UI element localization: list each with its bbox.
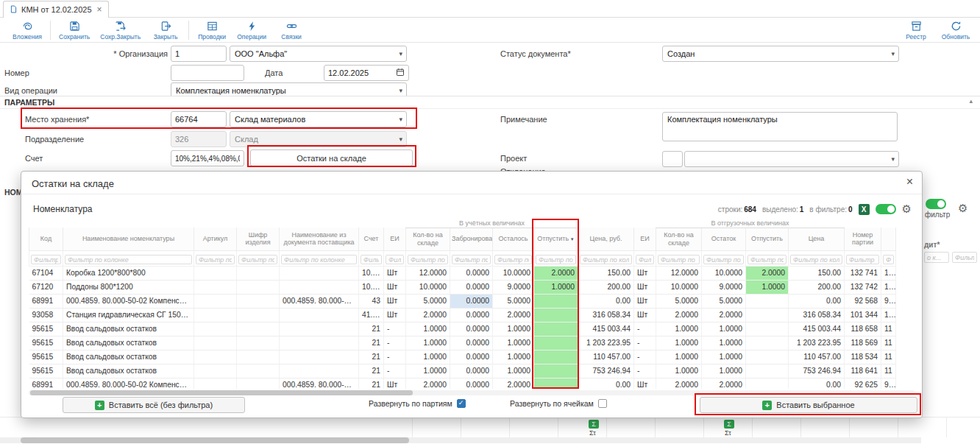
column-header[interactable]: Остаток xyxy=(702,228,746,250)
background-filter-input[interactable] xyxy=(952,252,977,263)
cell[interactable] xyxy=(280,364,359,378)
insert-selected-button[interactable]: Вставить выбранное xyxy=(700,397,917,413)
modal-gear-icon[interactable] xyxy=(902,202,912,216)
column-header[interactable]: Наименование из документа поставщика xyxy=(280,228,359,250)
cell[interactable]: 9.0000 xyxy=(702,280,746,294)
cell[interactable]: 92 xyxy=(881,294,896,308)
column-filter-input[interactable] xyxy=(703,255,744,264)
cell[interactable]: - xyxy=(384,322,406,336)
column-filter-input[interactable] xyxy=(748,255,787,264)
cell[interactable]: 13 xyxy=(881,266,896,280)
cell[interactable]: 1.0000 xyxy=(406,322,450,336)
table-row[interactable]: 95615Ввод сальдовых остатков21-1.00000.0… xyxy=(29,364,896,378)
cell[interactable]: 21 xyxy=(359,336,384,350)
cell[interactable]: 0.0000 xyxy=(450,378,493,389)
cell[interactable]: 13 xyxy=(881,280,896,294)
cell[interactable]: 1 203 223.95 xyxy=(789,336,845,350)
cell[interactable]: 415 003.44 xyxy=(578,322,634,336)
cell[interactable] xyxy=(534,364,578,378)
cell[interactable]: Ввод сальдовых остатков xyxy=(63,336,194,350)
column-filter-input[interactable] xyxy=(196,255,235,264)
cell[interactable]: 0.00 xyxy=(578,378,634,389)
cell[interactable]: 1.0000 xyxy=(534,280,578,294)
toolbar-button-refresh[interactable]: Обновить xyxy=(936,18,976,43)
cell[interactable] xyxy=(237,308,280,322)
cell[interactable] xyxy=(237,336,280,350)
cell[interactable]: Шт xyxy=(384,280,406,294)
column-filter-input[interactable] xyxy=(281,255,357,264)
toolbar-button-save[interactable]: Сохранить xyxy=(54,18,95,43)
cell[interactable]: 000.4859. 80.000-50-02 xyxy=(280,378,359,389)
cell[interactable]: 10.0000 xyxy=(406,280,450,294)
cell[interactable]: Шт xyxy=(384,266,406,280)
cell[interactable]: 0.0000 xyxy=(450,308,493,322)
column-header[interactable]: Отпустить ▼ xyxy=(534,228,578,250)
cell[interactable]: 0.0000 xyxy=(450,266,493,280)
table-row[interactable]: 95615Ввод сальдовых остатков21-1.00000.0… xyxy=(29,322,896,336)
cell[interactable]: 21 xyxy=(359,350,384,364)
cell[interactable]: Шт xyxy=(384,308,406,322)
cell[interactable]: - xyxy=(384,364,406,378)
cell[interactable]: 2.0000 xyxy=(534,266,578,280)
column-header[interactable]: Цена, руб. xyxy=(578,228,634,250)
cell[interactable] xyxy=(280,322,359,336)
cell[interactable]: 2.0000 xyxy=(406,308,450,322)
cell[interactable]: 10 xyxy=(881,308,896,322)
cell[interactable] xyxy=(237,378,280,389)
cell[interactable] xyxy=(746,322,789,336)
cell[interactable]: 95615 xyxy=(29,350,63,364)
cell[interactable]: 10.0000 xyxy=(702,266,746,280)
cell[interactable]: 1.0000 xyxy=(656,336,702,350)
cell[interactable] xyxy=(194,280,237,294)
cell[interactable]: 000.4859. 80.000-50-02 Компенсатор xyxy=(63,378,194,389)
cell[interactable]: 10.04 xyxy=(359,280,384,294)
cell[interactable]: 21 xyxy=(359,378,384,389)
cell[interactable]: 1 203 223.95 xyxy=(578,336,634,350)
cell[interactable]: 11 xyxy=(881,336,896,350)
cell[interactable]: 0.00 xyxy=(789,378,845,389)
cell[interactable] xyxy=(746,336,789,350)
cell[interactable]: Ввод сальдовых остатков xyxy=(63,350,194,364)
cell[interactable]: - xyxy=(384,350,406,364)
cell[interactable]: 12.0000 xyxy=(656,266,702,280)
column-filter-input[interactable] xyxy=(846,255,879,264)
cell[interactable]: 1.0000 xyxy=(493,350,534,364)
cell[interactable]: 11 xyxy=(881,364,896,378)
cell[interactable] xyxy=(237,350,280,364)
column-header[interactable]: ЕИ xyxy=(634,228,656,250)
cell[interactable]: 2.0000 xyxy=(702,378,746,389)
cell[interactable] xyxy=(280,266,359,280)
cell[interactable] xyxy=(194,364,237,378)
cell[interactable]: Шт xyxy=(634,308,656,322)
calendar-icon[interactable] xyxy=(396,68,405,78)
storage-code-input[interactable] xyxy=(171,111,227,127)
cell[interactable]: 0.00 xyxy=(789,294,845,308)
cell[interactable]: 1.0000 xyxy=(493,336,534,350)
cell[interactable] xyxy=(280,308,359,322)
toolbar-button-links[interactable]: Связки xyxy=(271,18,311,43)
cell[interactable]: 150.00 xyxy=(578,266,634,280)
cell[interactable] xyxy=(746,378,789,389)
project-select[interactable] xyxy=(684,151,899,167)
background-gear-icon[interactable] xyxy=(958,202,967,215)
column-filter-input[interactable] xyxy=(580,255,632,264)
cell[interactable]: 92 xyxy=(881,378,896,389)
cell[interactable] xyxy=(280,280,359,294)
column-filter-input[interactable] xyxy=(883,255,894,264)
cell[interactable]: Шт xyxy=(634,266,656,280)
horizontal-scrollbar[interactable] xyxy=(0,437,921,443)
cell[interactable]: - xyxy=(384,336,406,350)
document-tab[interactable]: КМН от 12.02.2025 xyxy=(3,1,109,18)
cell[interactable]: - xyxy=(634,350,656,364)
checkbox-unchecked-icon[interactable] xyxy=(598,399,607,408)
organization-code-input[interactable] xyxy=(171,46,227,62)
cell[interactable]: - xyxy=(634,364,656,378)
cell[interactable]: 92 568 xyxy=(845,294,881,308)
background-filter-input[interactable] xyxy=(924,252,949,263)
cell[interactable]: 21 xyxy=(359,322,384,336)
cell[interactable]: 101 344 xyxy=(845,308,881,322)
column-header[interactable]: Артикул xyxy=(194,228,237,250)
cell[interactable]: 68991 xyxy=(29,294,63,308)
cell[interactable]: 10.04 xyxy=(359,266,384,280)
cell[interactable]: 0.0000 xyxy=(450,336,493,350)
